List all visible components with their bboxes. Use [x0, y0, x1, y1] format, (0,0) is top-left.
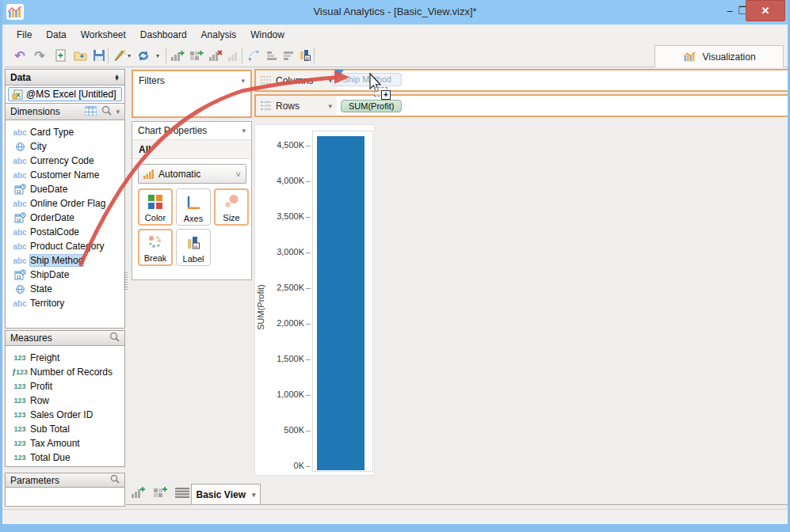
close-button[interactable]: ✕	[746, 0, 785, 21]
measure-label: Row	[30, 395, 49, 406]
y-axis-tick-label: 500K	[255, 425, 304, 435]
dimension-item[interactable]: 12DueDate	[6, 182, 124, 196]
dimension-item[interactable]: State	[6, 282, 124, 296]
delete-worksheet-icon[interactable]	[207, 47, 224, 64]
rows-pill[interactable]: SUM(Profit)	[341, 100, 402, 112]
dimension-item[interactable]: abcOnline Order Flag	[6, 196, 124, 211]
worksheet-list-icon[interactable]	[175, 487, 189, 501]
y-axis-tick-mark	[306, 359, 311, 360]
y-axis-tick-label: 4,500K	[255, 140, 304, 150]
search-dimensions-icon[interactable]	[101, 105, 112, 118]
dimensions-header: Dimensions ▾	[5, 103, 125, 120]
visualization-tab[interactable]: Visualization	[655, 45, 784, 67]
refresh-dropdown-caret[interactable]: ▾	[156, 52, 159, 59]
globe-icon	[10, 284, 30, 294]
y-axis-tick-label: 0K	[255, 461, 304, 470]
dimension-item[interactable]: abcShip Method	[6, 253, 124, 268]
worksheet-tab-basic-view[interactable]: Basic View ▾	[191, 484, 261, 504]
date-icon: 12	[10, 212, 30, 223]
new-workbook-icon[interactable]	[52, 47, 70, 64]
sort-ascending-icon[interactable]	[263, 47, 281, 64]
measure-item[interactable]: 123Row	[6, 393, 124, 408]
dimension-item[interactable]: abcTerritory	[6, 296, 124, 310]
menu-worksheet[interactable]: Worksheet	[74, 26, 133, 44]
dimension-item[interactable]: abcCurrency Code	[6, 154, 124, 168]
measure-item[interactable]: 123Sub Total	[6, 422, 124, 436]
y-axis-tick-mark	[306, 146, 311, 146]
chart-properties-menu-caret[interactable]: ▾	[242, 127, 246, 135]
refresh-icon[interactable]	[135, 47, 152, 64]
dimension-item[interactable]: abcProduct Category	[6, 239, 124, 253]
worksheet-tab-caret[interactable]: ▾	[252, 491, 256, 499]
add-worksheet-icon[interactable]	[169, 47, 186, 64]
panel-splitter-handle[interactable]	[124, 272, 128, 291]
data-source-item[interactable]: X @MS Excel [Untitled]	[8, 87, 122, 101]
text-icon: abc	[10, 200, 30, 208]
y-axis-tick-mark	[306, 395, 311, 396]
collapse-expand-icon[interactable]: ▲▼	[114, 74, 120, 81]
menu-analysis[interactable]: Analysis	[194, 26, 244, 44]
format-wand-icon[interactable]	[111, 47, 128, 64]
dimension-item[interactable]: 12OrderDate	[6, 211, 124, 225]
new-dashboard-tab-icon[interactable]	[153, 485, 168, 502]
filters-drop-area[interactable]	[133, 90, 250, 116]
axes-button[interactable]: Axes	[176, 188, 211, 226]
visualization-icon	[682, 50, 697, 63]
open-workbook-icon[interactable]	[71, 47, 89, 64]
dimension-label: Product Category	[30, 241, 104, 252]
swap-axes-icon[interactable]	[245, 47, 262, 64]
new-worksheet-tab-icon[interactable]	[131, 485, 146, 502]
dimension-item[interactable]: 12ShipDate	[6, 268, 124, 282]
measure-item[interactable]: 123Sales Order ID	[6, 408, 124, 422]
y-axis-tick-label: 4,000K	[255, 176, 304, 185]
measure-item[interactable]: 123Tax Amount	[6, 436, 124, 450]
rows-shelf[interactable]: Rows ▾ SUM(Profit)	[254, 94, 790, 117]
wand-dropdown-caret[interactable]: ▾	[128, 52, 131, 59]
search-measures-icon[interactable]	[109, 332, 120, 344]
show-labels-icon[interactable]: io	[296, 47, 314, 64]
measure-label: Profit	[30, 381, 52, 392]
add-dashboard-icon[interactable]	[188, 47, 205, 64]
filters-menu-caret[interactable]: ▾	[241, 77, 245, 85]
dimension-item[interactable]: City	[6, 139, 124, 154]
dimension-item[interactable]: abcCard Type	[6, 125, 124, 139]
menu-dashboard[interactable]: Dashboard	[133, 26, 194, 44]
dimension-label: Territory	[30, 298, 64, 309]
data-panel-header[interactable]: Data ▲▼	[5, 69, 125, 86]
drop-insertion-marker	[334, 70, 344, 76]
save-icon[interactable]	[90, 47, 108, 64]
rows-shelf-caret[interactable]: ▾	[328, 102, 332, 110]
chart-panel: SUM(Profit) 4,500K4,000K3,500K3,000K2,50…	[254, 124, 375, 476]
measure-item[interactable]: 123Freight	[6, 351, 124, 365]
redo-button[interactable]: ↷	[31, 47, 48, 64]
menu-data[interactable]: Data	[39, 26, 73, 44]
measure-item[interactable]: 123Total Due	[6, 450, 124, 465]
break-button[interactable]: Break	[138, 229, 173, 266]
drag-copy-plus-icon: +	[381, 90, 391, 100]
dimension-label: PostalCode	[30, 226, 79, 238]
measure-item[interactable]: ƒ123Number of Records	[6, 365, 124, 379]
dimension-item[interactable]: abcCustomer Name	[6, 168, 124, 182]
bar-sum-profit[interactable]	[317, 136, 364, 470]
menu-window[interactable]: Window	[243, 26, 292, 44]
menu-file[interactable]: File	[10, 26, 39, 44]
svg-text:io: io	[194, 244, 197, 249]
svg-text:12: 12	[16, 189, 21, 194]
undo-button[interactable]: ↶	[11, 47, 29, 64]
text-icon: abc	[10, 157, 30, 165]
sort-descending-icon[interactable]	[280, 47, 297, 64]
svg-text:io: io	[306, 55, 309, 60]
size-button[interactable]: Size	[214, 188, 249, 226]
search-parameters-icon[interactable]	[110, 474, 120, 486]
dimensions-menu-caret[interactable]: ▾	[116, 108, 120, 116]
axes-icon	[185, 195, 201, 214]
measures-header: Measures	[5, 330, 125, 346]
data-source-label: @MS Excel [Untitled]	[26, 89, 116, 100]
color-button[interactable]: Color	[138, 188, 173, 226]
label-button[interactable]: ioLabel	[176, 229, 211, 266]
chart-type-dropdown[interactable]: Automatic ˅	[138, 164, 246, 184]
measure-item[interactable]: 123Profit	[6, 379, 124, 393]
view-data-table-icon[interactable]	[85, 106, 97, 118]
dimension-item[interactable]: abcPostalCode	[6, 225, 124, 239]
tab-strip-line	[126, 504, 790, 505]
